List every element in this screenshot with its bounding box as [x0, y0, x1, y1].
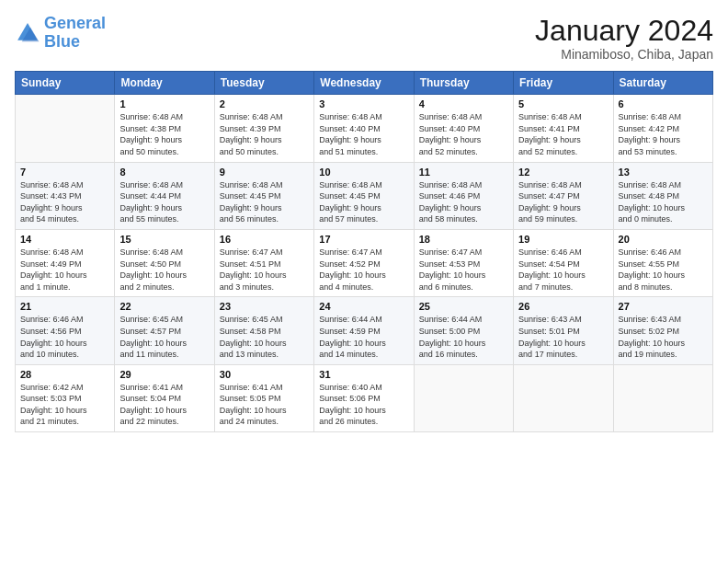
- day-info: Sunrise: 6:46 AM Sunset: 4:55 PM Dayligh…: [619, 247, 708, 293]
- day-info: Sunrise: 6:47 AM Sunset: 4:51 PM Dayligh…: [220, 247, 309, 293]
- day-number: 27: [619, 301, 708, 312]
- day-info: Sunrise: 6:44 AM Sunset: 4:59 PM Dayligh…: [319, 314, 408, 360]
- day-info: Sunrise: 6:48 AM Sunset: 4:48 PM Dayligh…: [619, 179, 708, 225]
- day-info: Sunrise: 6:47 AM Sunset: 4:53 PM Dayligh…: [419, 247, 508, 293]
- day-number: 28: [20, 369, 109, 380]
- day-number: 29: [119, 369, 209, 380]
- calendar-cell: [414, 364, 513, 431]
- calendar-cell: 30Sunrise: 6:41 AM Sunset: 5:05 PM Dayli…: [214, 364, 313, 431]
- day-info: Sunrise: 6:48 AM Sunset: 4:39 PM Dayligh…: [220, 111, 309, 157]
- calendar-cell: 9Sunrise: 6:48 AM Sunset: 4:45 PM Daylig…: [214, 162, 313, 229]
- day-info: Sunrise: 6:48 AM Sunset: 4:40 PM Dayligh…: [319, 111, 408, 157]
- header: General Blue January 2024 Minamiboso, Ch…: [15, 15, 713, 62]
- day-number: 12: [518, 167, 608, 178]
- calendar-cell: 31Sunrise: 6:40 AM Sunset: 5:06 PM Dayli…: [314, 364, 414, 431]
- day-number: 31: [319, 369, 408, 380]
- day-info: Sunrise: 6:48 AM Sunset: 4:41 PM Dayligh…: [518, 111, 608, 157]
- weekday-header-tuesday: Tuesday: [214, 72, 313, 95]
- logo-blue: Blue: [44, 33, 106, 52]
- calendar-cell: 10Sunrise: 6:48 AM Sunset: 4:45 PM Dayli…: [314, 162, 414, 229]
- day-number: 8: [119, 167, 209, 178]
- title-block: January 2024 Minamiboso, Chiba, Japan: [535, 15, 713, 62]
- day-number: 23: [220, 301, 309, 312]
- calendar-cell: [16, 95, 115, 162]
- day-info: Sunrise: 6:48 AM Sunset: 4:42 PM Dayligh…: [619, 111, 708, 157]
- calendar-cell: 1Sunrise: 6:48 AM Sunset: 4:38 PM Daylig…: [115, 95, 214, 162]
- calendar-week-5: 28Sunrise: 6:42 AM Sunset: 5:03 PM Dayli…: [16, 364, 713, 431]
- day-info: Sunrise: 6:44 AM Sunset: 5:00 PM Dayligh…: [419, 314, 508, 360]
- calendar-cell: 3Sunrise: 6:48 AM Sunset: 4:40 PM Daylig…: [314, 95, 414, 162]
- weekday-header-row: SundayMondayTuesdayWednesdayThursdayFrid…: [16, 72, 713, 95]
- day-info: Sunrise: 6:45 AM Sunset: 4:57 PM Dayligh…: [119, 314, 209, 360]
- day-number: 14: [20, 234, 109, 245]
- logo: General Blue: [15, 15, 106, 52]
- day-info: Sunrise: 6:41 AM Sunset: 5:05 PM Dayligh…: [220, 382, 309, 428]
- calendar-cell: 7Sunrise: 6:48 AM Sunset: 4:43 PM Daylig…: [16, 162, 115, 229]
- calendar-cell: 11Sunrise: 6:48 AM Sunset: 4:46 PM Dayli…: [414, 162, 513, 229]
- day-info: Sunrise: 6:48 AM Sunset: 4:50 PM Dayligh…: [119, 247, 209, 293]
- calendar-cell: 29Sunrise: 6:41 AM Sunset: 5:04 PM Dayli…: [115, 364, 214, 431]
- day-number: 16: [220, 234, 309, 245]
- day-info: Sunrise: 6:48 AM Sunset: 4:38 PM Dayligh…: [119, 111, 209, 157]
- day-info: Sunrise: 6:48 AM Sunset: 4:44 PM Dayligh…: [119, 179, 209, 225]
- calendar-cell: 25Sunrise: 6:44 AM Sunset: 5:00 PM Dayli…: [414, 297, 513, 364]
- day-number: 4: [419, 98, 508, 109]
- calendar-week-2: 7Sunrise: 6:48 AM Sunset: 4:43 PM Daylig…: [16, 162, 713, 229]
- day-number: 11: [419, 167, 508, 178]
- calendar-week-1: 1Sunrise: 6:48 AM Sunset: 4:38 PM Daylig…: [16, 95, 713, 162]
- weekday-header-thursday: Thursday: [414, 72, 513, 95]
- day-number: 2: [220, 98, 309, 109]
- weekday-header-friday: Friday: [514, 72, 613, 95]
- weekday-header-monday: Monday: [115, 72, 214, 95]
- calendar-week-4: 21Sunrise: 6:46 AM Sunset: 4:56 PM Dayli…: [16, 297, 713, 364]
- calendar-cell: 6Sunrise: 6:48 AM Sunset: 4:42 PM Daylig…: [613, 95, 712, 162]
- weekday-header-wednesday: Wednesday: [314, 72, 414, 95]
- calendar-table: SundayMondayTuesdayWednesdayThursdayFrid…: [15, 71, 713, 432]
- day-number: 6: [619, 98, 708, 109]
- day-number: 19: [518, 234, 608, 245]
- day-number: 15: [119, 234, 209, 245]
- day-info: Sunrise: 6:46 AM Sunset: 4:56 PM Dayligh…: [20, 314, 109, 360]
- day-number: 13: [619, 167, 708, 178]
- calendar-cell: 12Sunrise: 6:48 AM Sunset: 4:47 PM Dayli…: [514, 162, 613, 229]
- calendar-cell: 14Sunrise: 6:48 AM Sunset: 4:49 PM Dayli…: [16, 229, 115, 296]
- day-number: 9: [220, 167, 309, 178]
- day-number: 1: [119, 98, 209, 109]
- day-number: 20: [619, 234, 708, 245]
- day-info: Sunrise: 6:46 AM Sunset: 4:54 PM Dayligh…: [518, 247, 608, 293]
- calendar-cell: 13Sunrise: 6:48 AM Sunset: 4:48 PM Dayli…: [613, 162, 712, 229]
- day-number: 10: [319, 167, 408, 178]
- day-info: Sunrise: 6:48 AM Sunset: 4:45 PM Dayligh…: [319, 179, 408, 225]
- calendar-cell: 4Sunrise: 6:48 AM Sunset: 4:40 PM Daylig…: [414, 95, 513, 162]
- day-number: 26: [518, 301, 608, 312]
- calendar-cell: 28Sunrise: 6:42 AM Sunset: 5:03 PM Dayli…: [16, 364, 115, 431]
- day-info: Sunrise: 6:41 AM Sunset: 5:04 PM Dayligh…: [119, 382, 209, 428]
- day-info: Sunrise: 6:45 AM Sunset: 4:58 PM Dayligh…: [220, 314, 309, 360]
- logo-general: General: [44, 14, 106, 32]
- calendar-cell: 17Sunrise: 6:47 AM Sunset: 4:52 PM Dayli…: [314, 229, 414, 296]
- day-number: 18: [419, 234, 508, 245]
- calendar-cell: 18Sunrise: 6:47 AM Sunset: 4:53 PM Dayli…: [414, 229, 513, 296]
- day-info: Sunrise: 6:48 AM Sunset: 4:46 PM Dayligh…: [419, 179, 508, 225]
- day-info: Sunrise: 6:42 AM Sunset: 5:03 PM Dayligh…: [20, 382, 109, 428]
- calendar-cell: [613, 364, 712, 431]
- day-number: 3: [319, 98, 408, 109]
- calendar-cell: 27Sunrise: 6:43 AM Sunset: 5:02 PM Dayli…: [613, 297, 712, 364]
- day-info: Sunrise: 6:47 AM Sunset: 4:52 PM Dayligh…: [319, 247, 408, 293]
- calendar-week-3: 14Sunrise: 6:48 AM Sunset: 4:49 PM Dayli…: [16, 229, 713, 296]
- calendar-cell: [514, 364, 613, 431]
- day-info: Sunrise: 6:48 AM Sunset: 4:43 PM Dayligh…: [20, 179, 109, 225]
- day-number: 7: [20, 167, 109, 178]
- day-info: Sunrise: 6:43 AM Sunset: 5:01 PM Dayligh…: [518, 314, 608, 360]
- page: General Blue January 2024 Minamiboso, Ch…: [0, 0, 728, 563]
- calendar-cell: 8Sunrise: 6:48 AM Sunset: 4:44 PM Daylig…: [115, 162, 214, 229]
- day-info: Sunrise: 6:48 AM Sunset: 4:49 PM Dayligh…: [20, 247, 109, 293]
- calendar-cell: 2Sunrise: 6:48 AM Sunset: 4:39 PM Daylig…: [214, 95, 313, 162]
- calendar-cell: 24Sunrise: 6:44 AM Sunset: 4:59 PM Dayli…: [314, 297, 414, 364]
- day-info: Sunrise: 6:48 AM Sunset: 4:47 PM Dayligh…: [518, 179, 608, 225]
- day-number: 21: [20, 301, 109, 312]
- day-number: 5: [518, 98, 608, 109]
- location: Minamiboso, Chiba, Japan: [535, 47, 713, 62]
- day-info: Sunrise: 6:48 AM Sunset: 4:45 PM Dayligh…: [220, 179, 309, 225]
- day-number: 24: [319, 301, 408, 312]
